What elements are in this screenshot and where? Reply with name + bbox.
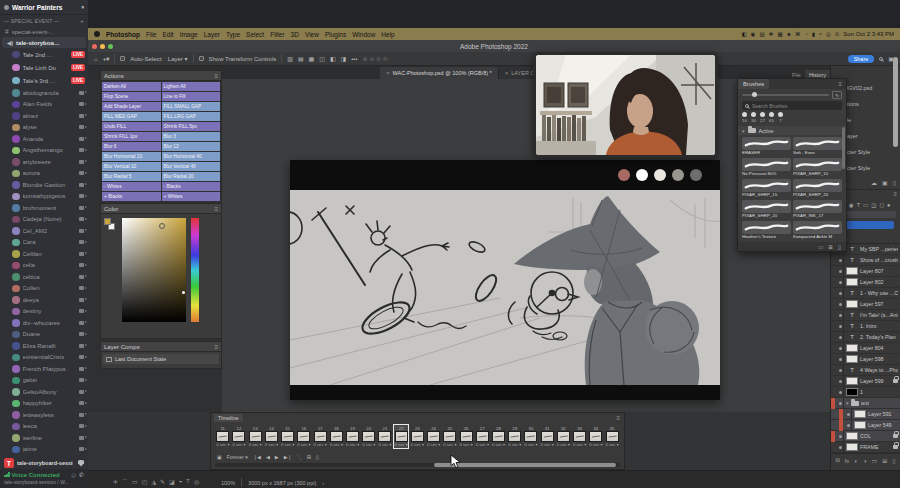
voice-user-row[interactable]: Celtfan [0, 248, 88, 260]
layer-thumbnail[interactable] [846, 355, 858, 363]
frame-thumbnail[interactable] [606, 431, 619, 442]
loop-dropdown[interactable]: Forever ▾ [227, 454, 248, 460]
frame-duration-dropdown[interactable]: 0 sec ▾ [297, 442, 310, 447]
frame-duration-dropdown[interactable]: 0 sec ▾ [524, 442, 537, 447]
align-top-icon[interactable]: ◫ [319, 55, 325, 62]
layer-thumbnail[interactable] [846, 300, 858, 308]
brush-tile[interactable]: Heather's Texture [742, 221, 791, 240]
timeline-frame[interactable]: 28 0 sec ▾ [491, 424, 507, 449]
action-button[interactable]: Undo FILL [102, 122, 161, 131]
hue-slider[interactable] [191, 218, 199, 322]
status-icon[interactable]: ◧ [741, 31, 746, 37]
frame-duration-dropdown[interactable]: 0 sec ▾ [459, 442, 472, 447]
layer-row[interactable]: ▾ T Layer 549 [831, 420, 900, 431]
show-transform-checkbox[interactable] [199, 56, 204, 61]
frame-duration-dropdown[interactable]: 0 sec ▾ [232, 442, 245, 447]
action-button[interactable]: Blur 12 [162, 142, 221, 151]
frame-duration-dropdown[interactable]: 0 sec ▾ [346, 442, 359, 447]
brush-preset[interactable]: 10 [742, 112, 747, 123]
voice-user-row[interactable]: happyhiker [0, 398, 88, 410]
frame-duration-dropdown[interactable]: 0 sec ▾ [476, 442, 489, 447]
color-gradient-field[interactable] [122, 218, 186, 322]
layer-visibility-eye-icon[interactable] [837, 277, 844, 288]
menu-item[interactable]: Select [246, 31, 264, 38]
battery-icon[interactable]: ▮ [812, 31, 815, 37]
disconnect-call-icon[interactable]: ✆ [79, 471, 84, 478]
brush-tile[interactable]: PIXAR_SHRP_10 [793, 158, 842, 177]
frame-thumbnail[interactable] [443, 431, 456, 442]
channel-special-event-chat[interactable]: # special-event-chat [0, 26, 88, 37]
auto-select-dropdown[interactable]: Layer ▾ [168, 55, 188, 62]
frame-duration-dropdown[interactable]: 0 sec ▾ [508, 442, 521, 447]
layer-visibility-eye-icon[interactable] [837, 376, 844, 387]
delete-layer-icon[interactable]: ▯ [892, 457, 895, 464]
layer-row[interactable]: ▾ T FRAME [831, 442, 900, 453]
menu-photoshop[interactable]: Photoshop [106, 31, 140, 38]
brush-preset[interactable]: 65 [769, 112, 774, 123]
timeline-frame[interactable]: 12 0 sec ▾ [231, 424, 247, 449]
control-center-icon[interactable]: ⊙ [835, 31, 840, 37]
layer-row[interactable]: ▾ T 2. Today's Plan [831, 332, 900, 343]
trash-icon[interactable]: ▯ [893, 179, 896, 186]
timeline-frame[interactable]: 27 0 sec ▾ [475, 424, 491, 449]
layer-visibility-eye-icon[interactable] [837, 398, 844, 409]
frame-duration-dropdown[interactable]: 0 sec ▾ [314, 442, 327, 447]
timeline-frame[interactable]: 22 0 sec ▾ [393, 424, 409, 449]
layer-name[interactable]: I'm Tale! (s...Animation [860, 312, 898, 318]
frame-duration-dropdown[interactable]: 0 sec ▾ [443, 442, 456, 447]
frame-duration-dropdown[interactable]: 0 sec ▾ [281, 442, 294, 447]
panel-menu-icon[interactable]: ≡ [838, 81, 846, 87]
layer-visibility-eye-icon[interactable] [845, 420, 852, 431]
voice-user-row[interactable]: celia [0, 260, 88, 272]
filter-smart-icon[interactable]: ◳ [871, 202, 876, 208]
noise-suppression-icon[interactable]: ◇ [71, 471, 76, 478]
link-layers-icon[interactable]: ⧉ [835, 457, 839, 464]
brush-stroke-preview-icon[interactable]: ∿ [832, 91, 842, 99]
voice-user-row[interactable]: alinez [0, 110, 88, 122]
layer-visibility-eye-icon[interactable] [837, 288, 844, 299]
layer-thumbnail[interactable] [846, 377, 858, 385]
voice-user-row[interactable]: abiologranola [0, 87, 88, 99]
eyedropper-tool-icon[interactable]: ◮ [151, 478, 156, 487]
align-bottom-icon[interactable]: ◨ [341, 55, 347, 62]
previous-frame-icon[interactable]: ◀ [266, 454, 270, 460]
filter-type-icon[interactable]: T [857, 202, 860, 208]
layer-name[interactable]: Layer 802 [860, 279, 884, 285]
frame-duration-dropdown[interactable]: 0 sec ▾ [411, 442, 424, 447]
add-channel-icon[interactable]: + [80, 18, 84, 24]
search-icon[interactable] [879, 57, 883, 61]
layer-mask-icon[interactable]: ◐ [854, 458, 858, 464]
timeline-frame[interactable]: 15 0 sec ▾ [280, 424, 296, 449]
filter-artboard-icon[interactable]: ◻ [879, 202, 884, 208]
doc-tab-active[interactable]: × WAC-Photoshop.psd @ 100% (RGB/8) * [380, 67, 499, 79]
action-button[interactable]: Blur Horizontal 40 [162, 152, 221, 161]
new-folder-icon[interactable]: ▭ [818, 244, 823, 250]
menu-item[interactable]: Edit [162, 31, 173, 38]
status-arrow-icon[interactable]: › [322, 480, 324, 486]
layer-name[interactable]: Layer 807 [860, 268, 884, 274]
timeline-frame[interactable]: 32 0 sec ▾ [556, 424, 572, 449]
layer-comp-row[interactable]: Last Document State [103, 354, 219, 364]
layer-name[interactable]: Layer 549 [868, 422, 892, 428]
brush-tile[interactable]: Kompacted Ankle M [793, 221, 842, 240]
crop-tool-icon[interactable]: ◰ [142, 478, 148, 487]
live-user-row[interactable]: Tale Linh Do LIVE [0, 61, 88, 74]
frame-thumbnail[interactable] [249, 431, 262, 442]
action-button[interactable]: FILL SMALL GAP [162, 102, 221, 111]
brush-tile[interactable]: PIXAR_SHRP_20 [742, 200, 791, 219]
layer-thumbnail[interactable] [854, 421, 866, 429]
layer-name[interactable]: Layer 599 [860, 378, 884, 384]
align-middle-icon[interactable]: ◧ [330, 55, 336, 62]
action-button[interactable]: + Whites [162, 192, 221, 201]
layer-row[interactable]: ▾ T COL [831, 431, 900, 442]
play-icon[interactable]: ▶ [275, 454, 279, 460]
frame-thumbnail[interactable] [524, 431, 537, 442]
timeline-tab[interactable]: Timeline [214, 414, 243, 422]
action-button[interactable]: - Blacks [162, 182, 221, 191]
voice-user-row[interactable]: alyse [0, 122, 88, 134]
frame-thumbnail[interactable] [297, 431, 310, 442]
layer-visibility-eye-icon[interactable] [837, 255, 844, 266]
timeline-frame[interactable]: 18 0 sec ▾ [329, 424, 345, 449]
scrollbar[interactable] [842, 127, 845, 169]
action-button[interactable]: Blur 3 [162, 132, 221, 141]
